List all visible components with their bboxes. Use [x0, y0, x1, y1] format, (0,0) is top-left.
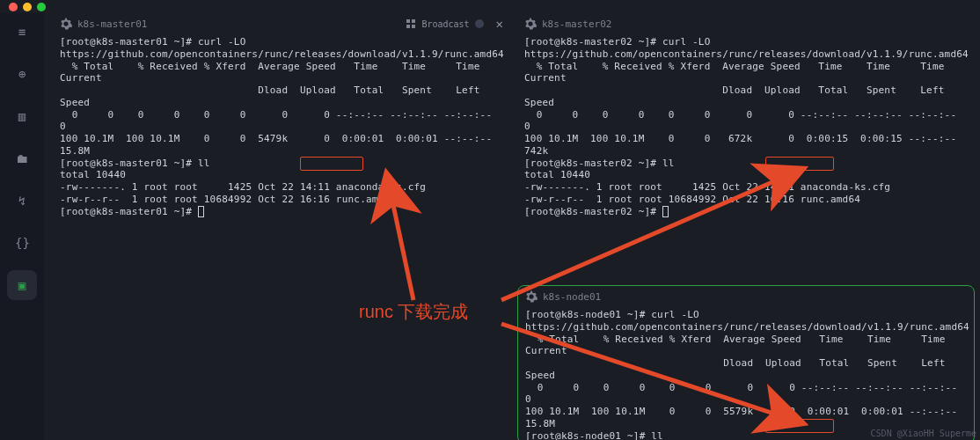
folder-icon[interactable]: 🖿 [7, 143, 37, 173]
highlight-box-runc-3 [765, 419, 834, 433]
highlight-box-runc-1 [300, 157, 363, 171]
zoom-window-dot[interactable] [37, 3, 46, 11]
svg-rect-0 [406, 19, 410, 23]
gear-icon [525, 290, 538, 303]
cursor [198, 206, 204, 217]
pane-title: k8s-node01 [543, 291, 601, 303]
close-pane-button[interactable]: ✕ [496, 17, 503, 31]
search-plus-icon[interactable]: ⊕ [7, 59, 37, 89]
svg-rect-3 [412, 25, 415, 28]
svg-rect-2 [406, 25, 410, 28]
pane-title: k8s-master01 [77, 18, 147, 30]
minimize-window-dot[interactable] [23, 3, 32, 11]
broadcast-status-dot [475, 19, 484, 28]
broadcast-icon [406, 18, 416, 29]
cursor [662, 206, 669, 217]
terminal-output[interactable]: [root@k8s-master02 ~]# curl -LO https://… [517, 34, 975, 224]
gear-icon [60, 18, 72, 30]
terminal-pane-k8s-master02[interactable]: k8s-master02 [root@k8s-master02 ~]# curl… [517, 13, 975, 277]
highlight-box-runc-2 [765, 157, 834, 171]
terminal-pane-k8s-node01[interactable]: k8s-node01 [root@k8s-node01 ~]# curl -LO… [517, 285, 975, 440]
window-title-bar [0, 0, 980, 13]
braces-icon[interactable]: {} [7, 228, 37, 258]
terminal-icon[interactable]: ▣ [7, 270, 37, 300]
server-icon[interactable]: ▥ [7, 101, 37, 131]
terminal-output[interactable]: [root@k8s-node01 ~]# curl -LO https://gi… [518, 307, 974, 440]
gear-icon [524, 18, 537, 30]
watermark: CSDN @XiaoHH Superme [871, 429, 976, 438]
terminal-output[interactable]: [root@k8s-master01 ~]# curl -LO https://… [53, 34, 510, 224]
terminal-pane-k8s-master01[interactable]: k8s-master01 Broadcast ✕ [root@k8s-maste… [53, 13, 510, 436]
broadcast-toggle[interactable]: Broadcast [406, 18, 483, 29]
pane-title: k8s-master02 [542, 18, 611, 30]
svg-rect-1 [412, 19, 415, 23]
annotation-label: runc 下载完成 [359, 300, 468, 324]
menu-icon[interactable]: ≡ [7, 17, 37, 47]
zigzag-icon[interactable]: ↯ [7, 186, 37, 216]
sidebar: ≡ ⊕ ▥ 🖿 ↯ {} ▣ [0, 13, 44, 440]
close-window-dot[interactable] [9, 3, 18, 11]
